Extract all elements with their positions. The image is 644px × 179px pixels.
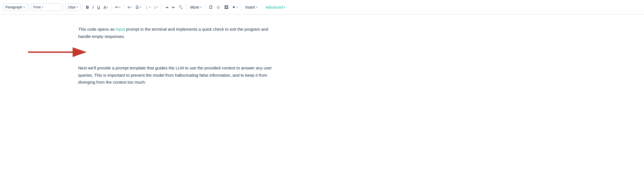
line-height-button[interactable]: ↕ ▾ [152, 4, 160, 11]
font-color-button[interactable]: A ▾ [102, 4, 110, 11]
align-button[interactable]: ≡ ▾ [126, 4, 133, 11]
advanced-dropdown-arrow: ▾ [284, 6, 285, 9]
insert-label: Insert [245, 5, 255, 9]
emoji-icon: ☺ [216, 5, 221, 10]
divider-4 [111, 3, 112, 11]
more-button[interactable]: More ▾ [188, 4, 204, 11]
paragraph-2: Next we'll provide a prompt template tha… [78, 64, 274, 86]
divider-8 [206, 3, 206, 11]
numbered-icon: ⋮ [145, 5, 149, 9]
font-size-dropdown[interactable]: 16px ▾ [65, 3, 81, 11]
clear-format-icon: Tx [179, 5, 183, 10]
line-height-icon: ↕ [154, 5, 156, 9]
arrow-row [28, 47, 274, 58]
divider-3 [82, 3, 83, 11]
image-button[interactable]: 🖼 [223, 3, 230, 11]
align-icon: ≡ [127, 5, 130, 9]
font-dropdown[interactable]: Font ▾ [31, 3, 62, 11]
more-label: More [190, 5, 199, 9]
highlight-button[interactable]: ✏ ▾ [113, 4, 122, 11]
indent-left-icon: ⇤ [172, 5, 175, 9]
bold-button[interactable]: B [84, 4, 90, 11]
font-dropdown-arrow: ▾ [42, 6, 43, 9]
insert-button[interactable]: Insert ▾ [243, 4, 260, 11]
para2-text: Next we'll provide a prompt template tha… [78, 66, 272, 84]
indent-left-button[interactable]: ⇤ [170, 4, 177, 11]
paragraph-dropdown-arrow: ▾ [23, 6, 25, 9]
emoji-button[interactable]: ☺ [214, 3, 222, 11]
font-size-label: 16px [68, 5, 76, 9]
divider-5 [124, 3, 124, 11]
divider-9 [241, 3, 241, 11]
divider-1 [29, 3, 29, 11]
clear-format-button[interactable]: Tx [177, 3, 184, 11]
paragraph-label: Paragraph [5, 5, 22, 9]
special-chars-icon: Ω [209, 5, 213, 10]
bullets-icon: ☰ [135, 5, 139, 9]
paragraph-1: This code opens an input prompt in the t… [78, 26, 274, 40]
indent-right-icon: ⇥ [165, 5, 168, 9]
numbered-button[interactable]: ⋮ ▾ [143, 4, 152, 11]
para1-highlight: input [116, 27, 125, 32]
highlight-icon: ✏ [115, 5, 118, 9]
underline-button[interactable]: U [96, 4, 102, 11]
font-label: Font [34, 5, 41, 9]
insert-dropdown-arrow: ▾ [256, 6, 257, 9]
font-color-label: A [104, 5, 106, 9]
divider-7 [186, 3, 186, 11]
editor-content: This code opens an input prompt in the t… [0, 14, 274, 104]
divider-2 [63, 3, 64, 11]
italic-button[interactable]: I [91, 4, 95, 11]
font-size-dropdown-arrow: ▾ [77, 6, 78, 9]
more-dropdown-arrow: ▾ [200, 6, 202, 9]
sparkle-icon: ✦ [232, 5, 236, 10]
red-arrow-icon [28, 47, 89, 58]
divider-10 [261, 3, 262, 11]
advanced-label: Advanced [266, 5, 283, 9]
paragraph-dropdown[interactable]: Paragraph ▾ [3, 3, 27, 11]
sparkle-button[interactable]: ✦ ▾ [230, 3, 239, 11]
font-color-dropdown-arrow: ▾ [107, 6, 108, 9]
bullets-button[interactable]: ☰ ▾ [134, 4, 143, 11]
special-chars-button[interactable]: Ω [207, 3, 214, 11]
advanced-button[interactable]: Advanced ▾ [263, 4, 288, 11]
divider-6 [161, 3, 162, 11]
indent-right-button[interactable]: ⇥ [163, 4, 170, 11]
toolbar: Paragraph ▾ Font ▾ 16px ▾ B I U A ▾ [0, 0, 644, 14]
image-icon: 🖼 [224, 5, 228, 9]
para1-text1: This code opens an [78, 27, 116, 32]
